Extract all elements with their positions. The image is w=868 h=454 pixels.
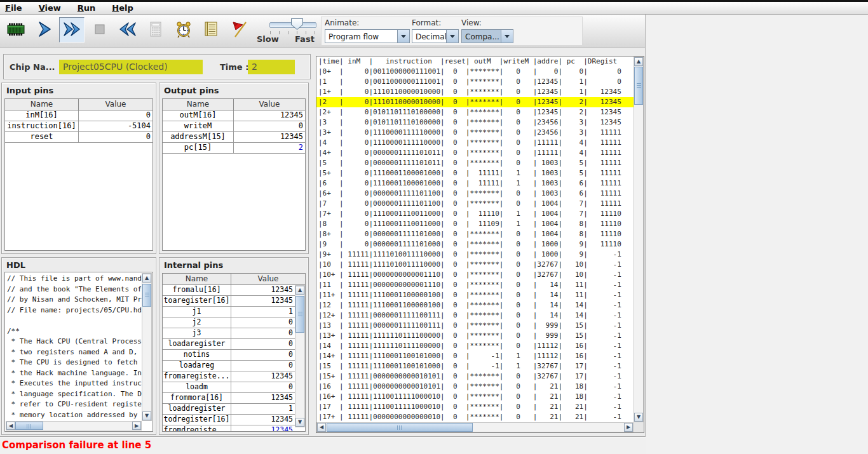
chevron-down-icon[interactable] — [501, 30, 513, 43]
trace-row[interactable]: |14+ | 11111|1110001100101000| 0 | -1| 1… — [316, 351, 634, 361]
scroll-right-icon[interactable]: ▶ — [132, 422, 141, 430]
reset-button[interactable] — [115, 17, 140, 43]
trace-row[interactable]: |4+ | 0|0000001111101011| 0 |*******| 0 … — [316, 148, 634, 158]
trace-row[interactable]: |3+ | 0|1110000111110000| 0 |*******| 0 … — [316, 128, 634, 138]
scroll-left-icon[interactable]: ◀ — [317, 423, 326, 432]
trace-row[interactable]: |11+ | 11111|1110001100000100| 0 |******… — [316, 290, 634, 300]
chevron-down-icon[interactable] — [397, 30, 409, 43]
clock-icon — [173, 19, 194, 41]
run-button[interactable] — [59, 17, 85, 43]
pin-row: loadareg 0 — [163, 361, 295, 371]
trace-row[interactable]: |17 | 11111|1110011111000010| 0 |*******… — [316, 402, 634, 412]
trace-row[interactable]: |3 | 0|0101101110100000| 0 |*******| 0 |… — [316, 117, 634, 128]
hdl-vscroll-thumb[interactable] — [142, 284, 151, 307]
menu-item[interactable]: Help — [112, 3, 133, 13]
trace-vscroll-thumb[interactable] — [634, 67, 643, 105]
trace-row[interactable]: |10 | 11111|1111010011110000| 0 |*******… — [316, 260, 634, 270]
internal-pins-scrollbar[interactable]: ▲ ▼ — [295, 285, 305, 427]
scroll-left-icon[interactable]: ◀ — [6, 422, 15, 430]
trace-row[interactable]: |16+ | 11111|1110011111000010| 0 |******… — [316, 392, 634, 402]
trace-table[interactable]: |time| inM | instruction |reset| outM |w… — [316, 57, 634, 422]
pin-value: 0 — [231, 361, 295, 371]
trace-row[interactable]: |15+ | 11111|0000000000010101| 0 |******… — [316, 371, 634, 382]
internal-vscroll-thumb[interactable] — [295, 296, 304, 333]
scroll-up-icon[interactable]: ▲ — [634, 57, 643, 66]
animate-select[interactable]: Program flow — [325, 29, 410, 43]
column-header-value: Value — [79, 99, 153, 110]
hdl-line: * Executes the inputted instruc — [7, 378, 142, 389]
trace-row[interactable]: |9 | 0|0000001111101000| 0 |*******| 0 |… — [316, 239, 634, 250]
trace-row[interactable]: |8 | 0|1110001110011000| 0 | 11109| 1 | … — [316, 219, 634, 229]
menu-item[interactable]: View — [39, 3, 61, 13]
trace-row[interactable]: |14 | 11111|1111110111100000| 0 |*******… — [316, 341, 634, 351]
stop-icon — [90, 19, 110, 41]
format-select[interactable]: Decimal — [412, 29, 459, 43]
pin-value: 0 — [231, 317, 295, 328]
scroll-down-icon[interactable]: ▼ — [295, 418, 304, 427]
clock-button[interactable] — [171, 17, 196, 43]
pin-name: instruction[16] — [5, 121, 79, 131]
chevron-down-icon[interactable] — [446, 30, 458, 43]
single-step-button[interactable] — [31, 17, 57, 43]
view-label: View: — [461, 18, 513, 27]
trace-row[interactable]: |8+ | 0|0000001111101000| 0 |*******| 0 … — [316, 229, 634, 239]
hdl-vertical-scrollbar[interactable]: ▲ ▼ — [142, 273, 152, 421]
trace-row[interactable]: |15 | 11111|1110001100101000| 0 | -1| 1 … — [316, 361, 634, 371]
pin-value[interactable]: -5104 — [79, 121, 153, 131]
scroll-down-icon[interactable]: ▼ — [634, 413, 643, 422]
trace-row[interactable]: |12+ | 11111|0000001111100111| 0 |******… — [316, 310, 634, 321]
menu-item[interactable]: Run — [78, 3, 96, 13]
pin-name: pc[15] — [163, 143, 234, 153]
pin-value: 12345 — [231, 371, 295, 382]
trace-row[interactable]: |4 | 0|1110000111110000| 0 |*******| 0 |… — [316, 138, 634, 148]
trace-row[interactable]: |7 | 0|0000001111101100| 0 |*******| 0 |… — [316, 199, 634, 209]
trace-row[interactable]: |11 | 11111|0000000000001110| 0 |*******… — [316, 280, 634, 290]
view-select[interactable]: Compa... — [461, 29, 513, 43]
trace-row[interactable]: |13+ | 11111|1111110111100000| 0 |******… — [316, 331, 634, 341]
hdl-hscroll-thumb[interactable] — [15, 422, 43, 430]
trace-row[interactable]: |10+ | 11111|0000000000001110| 0 |******… — [316, 270, 634, 280]
pin-value: 12345 — [231, 285, 295, 295]
pin-value[interactable]: 0 — [79, 110, 153, 121]
trace-row[interactable]: |12 | 11111|1110001100000100| 0 |*******… — [316, 300, 634, 310]
scroll-down-icon[interactable]: ▼ — [142, 411, 151, 420]
trace-row[interactable]: |7+ | 0|1110001110011000| 0 | 11110| 1 |… — [316, 209, 634, 219]
hdl-viewer[interactable]: // This file is part of www.nand// and t… — [4, 272, 153, 432]
trace-hscroll-thumb[interactable] — [327, 423, 473, 432]
breakpoint-button[interactable] — [227, 17, 252, 43]
hdl-horizontal-scrollbar[interactable]: ◀ ▶ — [6, 421, 142, 431]
scroll-right-icon[interactable]: ▶ — [624, 423, 633, 432]
trace-row[interactable]: |1 | 0|0011000000111001| 0 |*******| 0 |… — [316, 77, 634, 87]
load-chip-button[interactable] — [3, 17, 29, 43]
scroll-up-icon[interactable]: ▲ — [295, 286, 304, 295]
scroll-up-icon[interactable]: ▲ — [142, 274, 151, 283]
trace-row[interactable]: |9+ | 11111|1111010011110000| 0 |*******… — [316, 250, 634, 260]
pin-name: reset — [5, 132, 79, 142]
hdl-source-text: // This file is part of www.nand// and t… — [7, 274, 142, 421]
trace-row[interactable]: |6 | 0|1110001100001000| 0 | 11111| 1 | … — [316, 178, 634, 189]
trace-row[interactable]: |6+ | 0|0000001111101100| 0 |*******| 0 … — [316, 189, 634, 199]
trace-horizontal-scrollbar[interactable]: ◀ ▶ — [316, 422, 634, 432]
menu-item[interactable]: File — [5, 3, 22, 13]
trace-row[interactable]: |5+ | 0|1110001100001000| 0 | 11111| 1 |… — [316, 168, 634, 178]
application-area: Slow Fast Animate: Program flow Format: … — [0, 15, 646, 454]
internal-pins-panel: Internal pins Name Value fromalu[16] 123… — [159, 257, 309, 435]
column-header-name: Name — [163, 274, 231, 284]
trace-row[interactable]: |0+ | 0|0011000000111001| 0 |*******| 0 … — [316, 67, 634, 77]
trace-row[interactable]: |16 | 11111|0000000000010101| 0 |*******… — [316, 382, 634, 392]
trace-row[interactable]: |5 | 0|0000001111101011| 0 |*******| 0 |… — [316, 158, 634, 168]
column-header-name: Name — [163, 99, 234, 110]
trace-vertical-scrollbar[interactable]: ▲ ▼ — [634, 57, 644, 422]
trace-row[interactable]: |13 | 11111|0000001111100111| 0 |*******… — [316, 321, 634, 331]
trace-row[interactable]: |1+ | 0|1110110000010000| 0 |*******| 0 … — [316, 87, 634, 97]
speed-slider: Slow Fast — [255, 17, 323, 45]
calculator-button[interactable] — [143, 17, 168, 43]
script-button[interactable] — [199, 17, 224, 43]
trace-row[interactable]: |2 | 0|1110110000010000| 0 |*******| 0 |… — [316, 97, 634, 107]
stop-button[interactable] — [87, 17, 112, 43]
pin-value: 12345 — [234, 132, 305, 142]
trace-row[interactable]: |2+ | 0|0101101110100000| 0 |*******| 0 … — [316, 107, 634, 117]
pin-value[interactable]: 0 — [79, 132, 153, 142]
trace-row[interactable]: |17+ | 11111|0000000000000010| 0 |******… — [316, 412, 634, 422]
speed-slider-thumb[interactable] — [291, 18, 303, 30]
